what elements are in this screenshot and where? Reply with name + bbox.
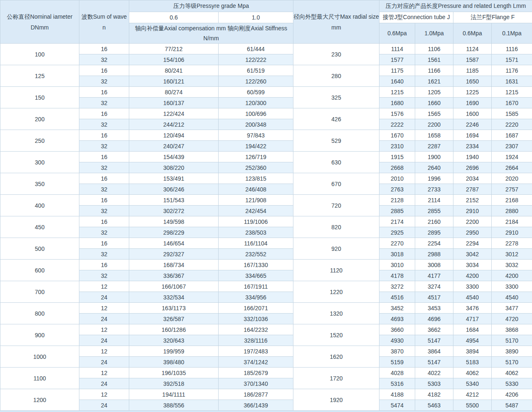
- header-row-1: 公称直径Nominal iameter DNmm 波数Sum of wave n…: [0, 0, 532, 12]
- length-cell: 3010: [379, 260, 415, 270]
- length-cell: 5330: [492, 378, 532, 389]
- axial-1-0-cell: 374/1242: [219, 357, 293, 368]
- table-row: 32306/246246/4082763273327872757: [0, 184, 532, 195]
- table-row: 24320/643328/11164930514749545170: [0, 335, 532, 346]
- radial-size-cell: 1520: [293, 324, 379, 346]
- length-cell: 2910: [492, 227, 532, 238]
- table-row: 70012166/1067167/19111220327232743300330…: [0, 281, 532, 292]
- length-cell: 1631: [492, 76, 532, 87]
- table-body: 1001677/21261/44423011141106112411163215…: [0, 44, 532, 411]
- axial-0-6-cell: 160/121: [129, 76, 219, 87]
- radial-size-cell: 230: [293, 44, 379, 65]
- dn-cell: 200: [0, 108, 79, 130]
- length-cell: 4177: [415, 270, 453, 281]
- table-row: 32160/121122/2601640162116501631: [0, 76, 532, 87]
- length-cell: 4693: [379, 314, 415, 324]
- wave-count-cell: 12: [79, 346, 129, 357]
- axial-1-0-cell: 120/300: [219, 98, 293, 108]
- length-cell: 3042: [453, 249, 492, 260]
- length-cell: 1185: [453, 65, 492, 76]
- wave-count-cell: 32: [79, 119, 129, 130]
- axial-1-0-cell: 100/696: [219, 108, 293, 119]
- length-cell: 3452: [379, 303, 415, 314]
- dn-cell: 1000: [0, 346, 79, 368]
- radial-size-cell: 720: [293, 195, 379, 216]
- radial-size-cell: 1320: [293, 303, 379, 324]
- axial-0-6-cell: 240/247: [129, 141, 219, 152]
- radial-size-cell: 820: [293, 216, 379, 238]
- length-cell: 4200: [453, 270, 492, 281]
- header-wave-count-line2: n: [79, 22, 129, 33]
- wave-count-cell: 24: [79, 357, 129, 368]
- length-cell: 4720: [492, 314, 532, 324]
- length-cell: 4022: [415, 368, 453, 378]
- header-pressure-grade: 压力等级Pressyre grade Mpa: [129, 0, 293, 12]
- length-cell: 4717: [453, 314, 492, 324]
- length-cell: 5463: [415, 400, 453, 411]
- axial-0-6-cell: 160/137: [129, 98, 219, 108]
- dn-cell: 450: [0, 216, 79, 238]
- header-axial-compensation-line2: N/mm: [129, 33, 293, 43]
- table-row: 1501680/27460/5993251215120512251215: [0, 87, 532, 98]
- length-cell: 4178: [379, 270, 415, 281]
- axial-1-0-cell: 126/719: [219, 152, 293, 162]
- length-cell: 3032: [492, 260, 532, 270]
- length-cell: 2733: [415, 184, 453, 195]
- dn-cell: 1200: [0, 389, 79, 411]
- length-cell: 2880: [492, 206, 532, 216]
- length-cell: 1670: [379, 130, 415, 141]
- header-nominal-diameter-line2: DNmm: [0, 22, 79, 33]
- header-max-radial-size-line1: 径向外型最大尺寸Max radial size: [293, 11, 379, 22]
- radial-size-cell: 280: [293, 65, 379, 87]
- axial-1-0-cell: 366/1439: [219, 400, 293, 411]
- axial-1-0-cell: 61/444: [219, 44, 293, 54]
- axial-0-6-cell: 153/491: [129, 173, 219, 184]
- axial-1-0-cell: 200/348: [219, 119, 293, 130]
- header-nominal-diameter: 公称直径Nominal iameter DNmm: [0, 0, 79, 44]
- length-cell: 3453: [415, 303, 453, 314]
- wave-count-cell: 24: [79, 335, 129, 346]
- axial-0-6-cell: 149/598: [129, 216, 219, 227]
- wave-count-cell: 12: [79, 281, 129, 292]
- length-cell: 4212: [453, 389, 492, 400]
- length-cell: 1940: [453, 152, 492, 162]
- axial-1-0-cell: 122/222: [219, 54, 293, 65]
- length-cell: 4516: [379, 292, 415, 303]
- length-cell: 3894: [453, 346, 492, 357]
- dn-cell: 1100: [0, 368, 79, 389]
- dn-cell: 700: [0, 281, 79, 303]
- length-cell: 4188: [379, 389, 415, 400]
- wave-count-cell: 12: [79, 389, 129, 400]
- table-row: 32308/220252/3602668264026962664: [0, 162, 532, 173]
- axial-0-6-cell: 163/1173: [129, 303, 219, 314]
- header-grade-1-0: 1.0: [219, 12, 293, 23]
- length-cell: 4200: [492, 270, 532, 281]
- axial-0-6-cell: 332/534: [129, 292, 219, 303]
- length-cell: 2664: [492, 162, 532, 173]
- radial-size-cell: 1720: [293, 368, 379, 389]
- table-row: 35016153/491123/8156702010199620342020: [0, 173, 532, 184]
- length-cell: 2160: [415, 216, 453, 227]
- axial-0-6-cell: 292/327: [129, 249, 219, 260]
- dn-cell: 125: [0, 65, 79, 87]
- length-cell: 5316: [379, 378, 415, 389]
- length-cell: 3660: [379, 324, 415, 335]
- length-cell: 2895: [415, 227, 453, 238]
- table-row: 24326/587332/10364693469647174720: [0, 314, 532, 324]
- length-cell: 1106: [415, 44, 453, 54]
- axial-1-0-cell: 97/843: [219, 130, 293, 141]
- table-row: 110012196/1035185/2679172040284022406240…: [0, 368, 532, 378]
- length-cell: 1585: [492, 108, 532, 119]
- axial-0-6-cell: 80/241: [129, 65, 219, 76]
- length-cell: 2200: [415, 119, 453, 130]
- dn-cell: 150: [0, 87, 79, 108]
- length-cell: 2910: [453, 206, 492, 216]
- axial-1-0-cell: 122/260: [219, 76, 293, 87]
- length-cell: 3477: [492, 303, 532, 314]
- length-cell: 1621: [415, 76, 453, 87]
- length-cell: 2310: [379, 141, 415, 152]
- wave-count-cell: 16: [79, 238, 129, 249]
- axial-0-6-cell: 199/959: [129, 346, 219, 357]
- axial-0-6-cell: 398/480: [129, 357, 219, 368]
- dn-cell: 300: [0, 152, 79, 173]
